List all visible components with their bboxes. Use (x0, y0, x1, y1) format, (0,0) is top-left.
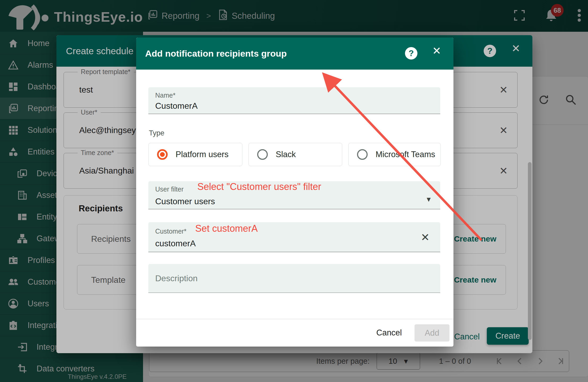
modal-cancel-button[interactable]: Cancel (373, 325, 405, 341)
type-option-slack[interactable]: Slack (248, 143, 342, 166)
radio-unselected-icon[interactable] (357, 149, 368, 160)
radio-unselected-icon[interactable] (257, 149, 268, 160)
modal-header: Add notification recipients group ? ✕ (136, 38, 453, 70)
modal-add-button[interactable]: Add (415, 324, 449, 342)
close-icon[interactable]: ✕ (432, 46, 441, 56)
annotation-customer-callout: Set customerA (195, 223, 258, 234)
type-option-microsoft-teams[interactable]: Microsoft Teams (348, 143, 441, 166)
description-field[interactable]: Description (148, 264, 440, 293)
name-field[interactable]: Name* CustomerA (148, 87, 440, 114)
customer-field[interactable]: Customer* customerA ✕ (148, 222, 440, 252)
radio-selected-icon[interactable] (157, 149, 168, 160)
dropdown-caret-icon[interactable]: ▾ (427, 194, 431, 204)
app-screen: ThingsEye.io Reporting > (0, 0, 588, 382)
annotation-filter-callout: Select "Customer users" filter (197, 181, 321, 192)
help-icon[interactable]: ? (405, 47, 417, 60)
type-label: Type (149, 129, 164, 137)
clear-icon[interactable]: ✕ (421, 231, 430, 243)
type-option-platform-users[interactable]: Platform users (148, 143, 242, 166)
modal-footer-divider (136, 319, 453, 319)
modal-title: Add notification recipients group (145, 48, 287, 59)
